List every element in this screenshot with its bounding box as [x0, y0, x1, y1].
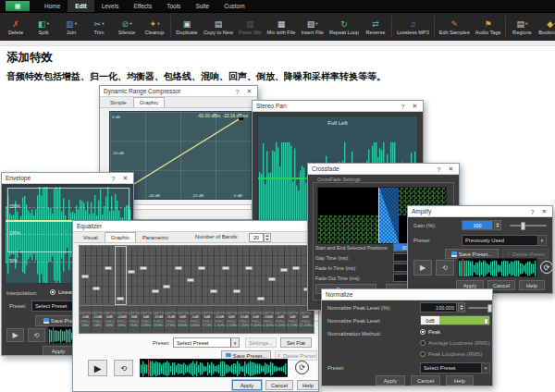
toolbar-button[interactable]: ✎ Edit Samples	[437, 14, 473, 41]
toolbar-button[interactable]: ✗ Delete	[2, 14, 30, 41]
toolbar-button[interactable]: ▤ Copy to New	[201, 14, 236, 41]
peak-level-gauge[interactable]: 0dB	[420, 315, 490, 325]
toolbar-button[interactable]: ◆ ▾ Bookmarks	[536, 14, 555, 41]
preview-play-button[interactable]: ▶	[88, 360, 107, 376]
ribbon-tab[interactable]: Home	[37, 0, 68, 12]
settings-button[interactable]: Settings...	[245, 337, 277, 348]
eq-band-slider[interactable]	[117, 297, 124, 300]
eq-band-slider[interactable]	[268, 277, 276, 281]
toolbar-button[interactable]: ▤ ▾ Regions	[508, 14, 536, 41]
eq-band-slider[interactable]	[128, 270, 135, 274]
peak-slider-track[interactable]	[468, 307, 490, 309]
equalizer-tab[interactable]: Parametric	[136, 232, 175, 242]
gain-spinner[interactable]	[494, 220, 501, 230]
eq-band-slider[interactable]	[92, 287, 100, 290]
peak-slider-thumb[interactable]	[487, 304, 492, 312]
eq-band-slider[interactable]	[257, 297, 265, 300]
cancel-button[interactable]: Cancel	[265, 380, 293, 390]
help-button[interactable]: Help	[446, 375, 474, 386]
toolbar-button[interactable]: ✂ ▾ Trim	[85, 14, 113, 41]
preview-loop-button[interactable]: ⟲	[28, 328, 45, 342]
eq-band-slider[interactable]	[105, 266, 112, 270]
close-button[interactable]: ✕	[243, 86, 255, 97]
toolbar-button[interactable]: ◧ ▾ Split	[30, 14, 57, 41]
peak-percent-spinner[interactable]	[458, 302, 465, 312]
preview-play-button[interactable]: ▶	[6, 328, 24, 342]
eq-band-slider[interactable]	[245, 266, 253, 270]
gain-slider-thumb[interactable]	[521, 222, 525, 230]
toolbar-button[interactable]: ⇄ Reverse	[362, 14, 389, 41]
apply-button[interactable]: Apply	[376, 375, 405, 386]
interpolation-radio[interactable]: Linear	[50, 289, 73, 295]
toolbar-button[interactable]: ↻ Repeat Loop	[327, 14, 362, 41]
eq-band-slider[interactable]	[292, 266, 300, 270]
toolbar-button[interactable]: ▧ ▾ Insert File	[298, 14, 327, 41]
depth-value: 5dB	[290, 315, 296, 319]
toolbar-button[interactable]: ♫ Lossless MP3	[394, 14, 432, 41]
eq-band-slider[interactable]	[163, 285, 170, 288]
preview-loop-button[interactable]: ⟲	[436, 260, 454, 276]
preset-select[interactable]: Select Preset ▾	[173, 337, 240, 348]
set-flat-button[interactable]: Set Flat	[280, 337, 312, 348]
help-button[interactable]: Help	[519, 280, 545, 290]
number-of-bands-input[interactable]: 20	[249, 233, 264, 242]
help-button[interactable]: ?	[397, 101, 409, 112]
eq-band-slider[interactable]	[152, 289, 159, 293]
help-button[interactable]: ?	[526, 206, 538, 217]
apply-button[interactable]: Apply	[43, 346, 74, 356]
gain-slider-track[interactable]	[510, 225, 547, 227]
dialog-titlebar[interactable]: Normalize	[322, 289, 492, 300]
toolbar-button[interactable]: ✦ ▾ Cleanup	[141, 14, 168, 41]
toolbar-button[interactable]: ⚑ Audio Tags	[473, 14, 504, 41]
close-button[interactable]: ✕	[409, 101, 421, 112]
ribbon-tab[interactable]: Suite	[188, 0, 216, 12]
cancel-button[interactable]: Cancel	[411, 375, 440, 386]
toolbar-button[interactable]: ⊘ ▾ Silence	[113, 14, 141, 41]
method-radio[interactable]: Average Loudness (RMS)	[420, 340, 490, 346]
gain-input[interactable]: 100	[462, 220, 493, 230]
apply-button[interactable]: Apply	[232, 380, 262, 390]
close-button[interactable]: ✕	[445, 164, 457, 175]
help-button[interactable]: ?	[433, 164, 445, 175]
close-button[interactable]: ✕	[119, 173, 131, 184]
refresh-circle-icon[interactable]: ⟳	[540, 261, 553, 274]
eq-band-slider[interactable]	[222, 266, 229, 270]
eq-band-slider[interactable]	[187, 278, 194, 282]
ribbon-tab[interactable]: Effects	[126, 0, 159, 12]
toolbar-button[interactable]: ▥ Paste Mix	[236, 14, 265, 41]
dialog-titlebar[interactable]: Equalizer	[73, 221, 318, 232]
drc-tab[interactable]: Graphic	[133, 97, 165, 107]
preview-play-button[interactable]: ▶	[413, 260, 432, 276]
peak-percent-input[interactable]: 100.000	[420, 302, 457, 312]
preview-loop-button[interactable]: ⟲	[114, 360, 133, 376]
crossfade-overlap-band[interactable]	[378, 188, 399, 243]
method-radio[interactable]: Peak	[420, 329, 440, 335]
eq-band-slider[interactable]	[233, 289, 240, 293]
eq-band-slider[interactable]	[140, 266, 147, 270]
ribbon-tab[interactable]: Edit	[68, 0, 93, 12]
ribbon-tab[interactable]: Levels	[94, 0, 127, 12]
eq-band-slider[interactable]	[280, 268, 288, 272]
toolbar-button[interactable]: ▣ Duplicate	[173, 14, 201, 41]
toolbar-button[interactable]: ▦ Mix with File	[265, 14, 299, 41]
method-radio[interactable]: Peak Loudness (RMS)	[420, 351, 482, 357]
eq-band-slider[interactable]	[175, 266, 182, 270]
help-button[interactable]: ?	[231, 86, 243, 97]
help-button[interactable]: ?	[107, 173, 119, 184]
eq-band-slider[interactable]	[210, 289, 217, 293]
number-of-bands-spinner[interactable]	[264, 233, 271, 242]
eq-band-slider[interactable]	[81, 275, 89, 278]
equalizer-tab[interactable]: Visual	[77, 232, 105, 242]
ribbon-tab[interactable]: Tools	[159, 0, 188, 12]
help-button[interactable]: Help	[297, 380, 319, 390]
eq-band-slider[interactable]	[198, 266, 205, 270]
preset-select[interactable]: Select Preset ▾	[420, 362, 490, 374]
drc-tab[interactable]: Simple	[104, 97, 133, 107]
equalizer-tab[interactable]: Graphic	[105, 232, 136, 242]
app-menu-button[interactable]: ▦	[6, 1, 30, 11]
toolbar-button[interactable]: ▥ ▾ Join	[57, 14, 85, 41]
preset-select[interactable]: Previously Used ▾	[462, 235, 547, 246]
close-button[interactable]: ✕	[538, 206, 550, 217]
ribbon-tab[interactable]: Custom	[216, 0, 252, 12]
refresh-circle-icon[interactable]: ⟳	[295, 361, 309, 374]
